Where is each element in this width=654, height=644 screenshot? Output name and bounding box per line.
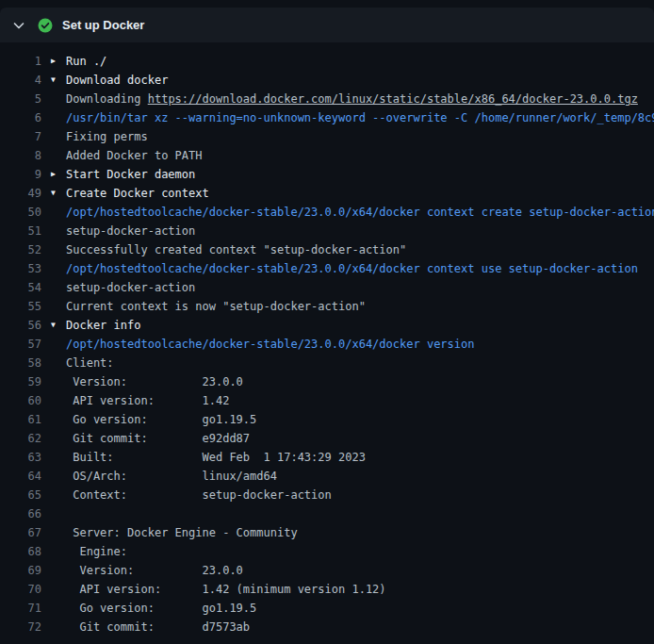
line-number[interactable]: 63	[0, 448, 41, 467]
line-number[interactable]: 71	[0, 599, 41, 618]
log-text: /opt/hostedtoolcache/docker-stable/23.0.…	[66, 335, 474, 354]
log-text: Download docker	[66, 71, 168, 90]
line-number[interactable]: 64	[0, 467, 41, 486]
log-line: 60 API version: 1.42	[0, 391, 654, 410]
log-text: setup-docker-action	[66, 278, 195, 297]
group-expand-icon[interactable]: ▶	[51, 52, 66, 71]
line-number[interactable]: 66	[0, 504, 41, 523]
line-number[interactable]: 70	[0, 580, 41, 599]
log-line: 49▼Create Docker context	[0, 184, 654, 203]
line-number[interactable]: 52	[0, 240, 41, 259]
log-text: Version: 23.0.0	[66, 561, 243, 580]
log-line: 8Added Docker to PATH	[0, 146, 654, 165]
log-line: 66	[0, 504, 654, 523]
log-text: Current context is now "setup-docker-act…	[66, 297, 366, 316]
log-text: Downloading https://download.docker.com/…	[66, 90, 638, 108]
line-number[interactable]: 5	[0, 90, 41, 108]
line-number[interactable]: 49	[0, 184, 41, 203]
log-line: 59 Version: 23.0.0	[0, 372, 654, 391]
step-header[interactable]: Set up Docker	[0, 8, 654, 42]
log-text: Successfully created context "setup-dock…	[66, 240, 406, 259]
line-number[interactable]: 60	[0, 391, 41, 410]
log-line: 56▼Docker info	[0, 316, 654, 335]
log-line: 55Current context is now "setup-docker-a…	[0, 297, 654, 316]
log-link[interactable]: https://download.docker.com/linux/static…	[148, 92, 638, 106]
log-line: 68 Engine:	[0, 542, 654, 561]
log-text: /opt/hostedtoolcache/docker-stable/23.0.…	[66, 259, 638, 278]
log-text: Create Docker context	[66, 184, 209, 203]
log-line: 64 OS/Arch: linux/amd64	[0, 467, 654, 486]
log-line: 65 Context: setup-docker-action	[0, 486, 654, 504]
group-expand-icon[interactable]: ▶	[51, 165, 66, 184]
log-line: 63 Built: Wed Feb 1 17:43:29 2023	[0, 448, 654, 467]
log-line: 6/usr/bin/tar xz --warning=no-unknown-ke…	[0, 108, 654, 127]
log-line: 72 Git commit: d7573ab	[0, 618, 654, 636]
line-number[interactable]: 4	[0, 71, 41, 90]
log-text: Version: 23.0.0	[66, 372, 243, 391]
line-number[interactable]: 8	[0, 146, 41, 165]
line-number[interactable]: 72	[0, 618, 41, 636]
line-number[interactable]: 50	[0, 203, 41, 222]
log-text: Client:	[66, 354, 114, 372]
line-number[interactable]: 65	[0, 486, 41, 504]
success-check-icon	[38, 18, 53, 33]
group-collapse-icon[interactable]: ▼	[51, 71, 66, 90]
log-text: API version: 1.42 (minimum version 1.12)	[66, 580, 386, 599]
line-number[interactable]: 9	[0, 165, 41, 184]
line-number[interactable]: 55	[0, 297, 41, 316]
log-line: 1▶Run ./	[0, 52, 654, 71]
log-text: Fixing perms	[66, 127, 148, 146]
log-text: setup-docker-action	[66, 222, 195, 240]
line-number[interactable]: 61	[0, 410, 41, 429]
log-line: 4▼Download docker	[0, 71, 654, 90]
line-number[interactable]: 6	[0, 108, 41, 127]
line-number[interactable]: 67	[0, 523, 41, 542]
line-number[interactable]: 7	[0, 127, 41, 146]
line-number[interactable]: 56	[0, 316, 41, 335]
log-line: 69 Version: 23.0.0	[0, 561, 654, 580]
line-number[interactable]: 59	[0, 372, 41, 391]
line-number[interactable]: 62	[0, 429, 41, 448]
log-container: 1▶Run ./4▼Download docker5Downloading ht…	[0, 42, 654, 636]
log-text: Engine:	[66, 542, 127, 561]
log-line: 9▶Start Docker daemon	[0, 165, 654, 184]
log-line: 67 Server: Docker Engine - Community	[0, 523, 654, 542]
log-text: Git commit: d7573ab	[66, 618, 250, 636]
log-line: 7Fixing perms	[0, 127, 654, 146]
log-line: 57/opt/hostedtoolcache/docker-stable/23.…	[0, 335, 654, 354]
log-line: 54setup-docker-action	[0, 278, 654, 297]
line-number[interactable]: 51	[0, 222, 41, 240]
log-text: Server: Docker Engine - Community	[66, 523, 298, 542]
log-text: Go version: go1.19.5	[66, 410, 256, 429]
log-text: Git commit: e92dd87	[66, 429, 250, 448]
line-number[interactable]: 1	[0, 52, 41, 71]
actions-log-page: Set up Docker 1▶Run ./4▼Download docker5…	[0, 0, 654, 644]
log-text: Context: setup-docker-action	[66, 486, 332, 504]
log-line: 71 Go version: go1.19.5	[0, 599, 654, 618]
line-number[interactable]: 69	[0, 561, 41, 580]
line-number[interactable]: 54	[0, 278, 41, 297]
chevron-down-icon[interactable]	[11, 18, 26, 33]
group-collapse-icon[interactable]: ▼	[51, 184, 66, 203]
line-number[interactable]: 57	[0, 335, 41, 354]
log-line: 52Successfully created context "setup-do…	[0, 240, 654, 259]
log-line: 5Downloading https://download.docker.com…	[0, 90, 654, 108]
log-text: Built: Wed Feb 1 17:43:29 2023	[66, 448, 366, 467]
line-number[interactable]: 53	[0, 259, 41, 278]
log-text: Go version: go1.19.5	[66, 599, 256, 618]
log-line: 50/opt/hostedtoolcache/docker-stable/23.…	[0, 203, 654, 222]
line-number[interactable]: 58	[0, 354, 41, 372]
log-text: /opt/hostedtoolcache/docker-stable/23.0.…	[66, 203, 654, 222]
log-text: Added Docker to PATH	[66, 146, 203, 165]
log-line: 61 Go version: go1.19.5	[0, 410, 654, 429]
log-line: 58Client:	[0, 354, 654, 372]
log-text: Start Docker daemon	[66, 165, 195, 184]
line-number[interactable]: 68	[0, 542, 41, 561]
log-text: API version: 1.42	[66, 391, 229, 410]
log-line: 70 API version: 1.42 (minimum version 1.…	[0, 580, 654, 599]
log-text: /usr/bin/tar xz --warning=no-unknown-key…	[66, 108, 654, 127]
log-line: 53/opt/hostedtoolcache/docker-stable/23.…	[0, 259, 654, 278]
log-text: OS/Arch: linux/amd64	[66, 467, 277, 486]
group-collapse-icon[interactable]: ▼	[51, 316, 66, 335]
log-text: Run ./	[66, 52, 106, 71]
